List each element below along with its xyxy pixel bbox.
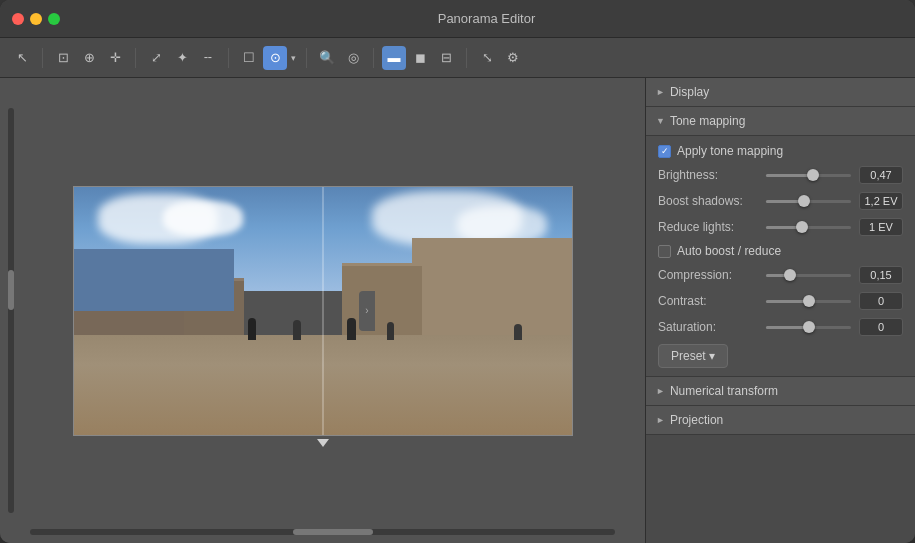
toolbar-group-zoom: 🔍 ◎: [315, 46, 365, 70]
toolbar-group-extra: ⤡ ⚙: [475, 46, 525, 70]
boost-shadows-thumb[interactable]: [798, 195, 810, 207]
globe-icon[interactable]: ⊙: [263, 46, 287, 70]
auto-boost-row: Auto boost / reduce: [658, 244, 903, 258]
brightness-fill: [766, 174, 813, 177]
person-1: [248, 318, 256, 340]
preset-btn-container: Preset ▾: [658, 344, 903, 368]
saturation-value[interactable]: 0: [859, 318, 903, 336]
tone-mapping-section-label: Tone mapping: [670, 114, 745, 128]
boost-shadows-value[interactable]: 1,2 EV: [859, 192, 903, 210]
sidebar: ► Display ▼ Tone mapping ✓ Apply tone ma…: [645, 78, 915, 543]
globe-dropdown[interactable]: ▾: [289, 53, 298, 63]
maximize-button[interactable]: [48, 13, 60, 25]
numerical-transform-section-header[interactable]: ► Numerical transform: [646, 377, 915, 406]
saturation-slider[interactable]: [766, 326, 851, 329]
apply-tone-mapping-checkbox[interactable]: ✓: [658, 145, 671, 158]
water-canal: [74, 249, 234, 311]
numerical-transform-triangle: ►: [656, 386, 665, 396]
toolbar-group-tools: ⤢ ✦ ╌: [144, 46, 220, 70]
projection-section-header[interactable]: ► Projection: [646, 406, 915, 435]
brightness-thumb[interactable]: [807, 169, 819, 181]
crop-icon[interactable]: ☐: [237, 46, 261, 70]
canvas-area[interactable]: ›: [0, 78, 645, 543]
saturation-thumb[interactable]: [803, 321, 815, 333]
reduce-lights-slider[interactable]: [766, 226, 851, 229]
move-icon[interactable]: ⊕: [77, 46, 101, 70]
brightness-row: Brightness: 0,47: [658, 166, 903, 184]
toolbar-group-select: ⊡ ⊕ ✛: [51, 46, 127, 70]
toolbar-separator-3: [228, 48, 229, 68]
display-section-header[interactable]: ► Display: [646, 78, 915, 107]
auto-boost-label: Auto boost / reduce: [677, 244, 781, 258]
expand-icon[interactable]: ⤢: [144, 46, 168, 70]
apply-tone-mapping-label: Apply tone mapping: [677, 144, 783, 158]
close-button[interactable]: [12, 13, 24, 25]
window-title: Panorama Editor: [70, 11, 903, 26]
reduce-lights-thumb[interactable]: [796, 221, 808, 233]
zoom-icon[interactable]: 🔍: [315, 46, 339, 70]
compression-label: Compression:: [658, 268, 758, 282]
saturation-row: Saturation: 0: [658, 318, 903, 336]
display-section-label: Display: [670, 85, 709, 99]
contrast-thumb[interactable]: [803, 295, 815, 307]
eye-icon[interactable]: ◎: [341, 46, 365, 70]
toolbar-separator-2: [135, 48, 136, 68]
contrast-slider[interactable]: [766, 300, 851, 303]
rotate-icon[interactable]: ✛: [103, 46, 127, 70]
toolbar-separator-1: [42, 48, 43, 68]
vertical-scrollbar-thumb[interactable]: [8, 270, 14, 310]
vertical-scrollbar[interactable]: [8, 108, 14, 513]
projection-label: Projection: [670, 413, 723, 427]
tone-mapping-section-header[interactable]: ▼ Tone mapping: [646, 107, 915, 136]
pin-icon[interactable]: ✦: [170, 46, 194, 70]
compression-row: Compression: 0,15: [658, 266, 903, 284]
auto-boost-checkbox[interactable]: [658, 245, 671, 258]
numerical-transform-label: Numerical transform: [670, 384, 778, 398]
person-2: [293, 320, 301, 340]
brightness-label: Brightness:: [658, 168, 758, 182]
toolbar-separator-4: [306, 48, 307, 68]
contrast-row: Contrast: 0: [658, 292, 903, 310]
rect-select-icon[interactable]: ⊡: [51, 46, 75, 70]
reduce-lights-value[interactable]: 1 EV: [859, 218, 903, 236]
toolbar-separator-6: [466, 48, 467, 68]
boost-shadows-label: Boost shadows:: [658, 194, 758, 208]
boost-shadows-slider[interactable]: [766, 200, 851, 203]
tone-mapping-content: ✓ Apply tone mapping Brightness: 0,47 Bo…: [646, 136, 915, 377]
panorama-scene: [74, 187, 572, 435]
person-5: [514, 324, 522, 340]
toolbar: ↖ ⊡ ⊕ ✛ ⤢ ✦ ╌ ☐ ⊙ ▾ 🔍 ◎ ▬ ◼ ⊟: [0, 38, 915, 78]
horizontal-scrollbar[interactable]: [30, 529, 615, 535]
reduce-lights-row: Reduce lights: 1 EV: [658, 218, 903, 236]
contrast-label: Contrast:: [658, 294, 758, 308]
settings-icon[interactable]: ⚙: [501, 46, 525, 70]
apply-tone-mapping-row: ✓ Apply tone mapping: [658, 144, 903, 158]
saturation-label: Saturation:: [658, 320, 758, 334]
compression-thumb[interactable]: [784, 269, 796, 281]
traffic-lights: [12, 13, 60, 25]
brightness-slider[interactable]: [766, 174, 851, 177]
person-3: [347, 318, 356, 340]
horizon-icon[interactable]: ╌: [196, 46, 220, 70]
sidebar-toggle-button[interactable]: ›: [359, 291, 375, 331]
dark-view-icon[interactable]: ◼: [408, 46, 432, 70]
contrast-value[interactable]: 0: [859, 292, 903, 310]
cloud-2: [163, 201, 243, 236]
brightness-value[interactable]: 0,47: [859, 166, 903, 184]
toolbar-group-projection: ▬ ◼ ⊟: [382, 46, 458, 70]
minimize-button[interactable]: [30, 13, 42, 25]
display-triangle: ►: [656, 87, 665, 97]
main-area: ›: [0, 78, 915, 543]
reduce-lights-label: Reduce lights:: [658, 220, 758, 234]
cursor-icon[interactable]: ↖: [10, 46, 34, 70]
flat-view-icon[interactable]: ▬: [382, 46, 406, 70]
compression-value[interactable]: 0,15: [859, 266, 903, 284]
expand3-icon[interactable]: ⤡: [475, 46, 499, 70]
split-view-icon[interactable]: ⊟: [434, 46, 458, 70]
panorama-container[interactable]: [73, 186, 573, 436]
projection-triangle: ►: [656, 415, 665, 425]
compression-slider[interactable]: [766, 274, 851, 277]
preset-button[interactable]: Preset ▾: [658, 344, 728, 368]
horizontal-scrollbar-thumb[interactable]: [293, 529, 373, 535]
person-4: [387, 322, 394, 340]
